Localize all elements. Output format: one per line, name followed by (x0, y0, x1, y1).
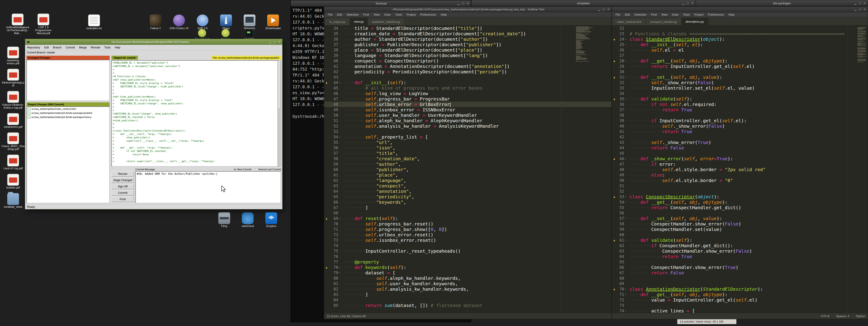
menu-help[interactable]: Help (438, 13, 449, 16)
tab-lo-output-py[interactable]: lo_output.py (325, 19, 350, 25)
scrollbar-thumb[interactable] (278, 61, 281, 109)
desktop-icon-thinkcomplexityp-pdf[interactable]: thinkcomplexityp.pdf (1, 69, 25, 87)
desktop-icon-self-4-5[interactable]: SelF 4.5 (191, 15, 214, 30)
window-controls[interactable]: ▁ ▢ ✕ (598, 7, 610, 12)
tab-conspect-handler-py[interactable]: conspect_handler.py (646, 19, 681, 25)
menu-tools[interactable]: Tools (393, 13, 404, 16)
tab-view-py[interactable]: view.py (350, 18, 368, 25)
desktop-icon-land-of-lisp-pdf[interactable]: Land of Lisp.pdf (1, 155, 25, 170)
code-area[interactable]: 2223# Functions & classes ==============… (612, 25, 868, 313)
window-controls[interactable]: ▁ ▢ ✕ (682, 0, 693, 6)
desktop-icon-mindstorms-pdf[interactable]: mindstorms.pdf (1, 113, 25, 129)
status-python[interactable]: Python (856, 315, 865, 318)
desktop-icon-owncloud[interactable]: ownCloud (236, 212, 259, 228)
code-area[interactable]: 34····title = StandardElDescriptor(docum… (324, 25, 612, 313)
commit-button[interactable]: Commit (112, 190, 134, 196)
fold-arrow-icon[interactable]: ▾ (624, 58, 627, 64)
menu-view[interactable]: View (659, 13, 670, 16)
new-commit-radio[interactable]: New Commit (234, 168, 251, 171)
fold-arrow-icon[interactable]: ▾ (624, 216, 627, 221)
menu-help[interactable]: Help (726, 13, 737, 16)
menu-selection[interactable]: Selection (632, 13, 649, 16)
fold-arrow-icon[interactable]: ▾ (624, 238, 627, 243)
diff-scrollbar[interactable] (278, 60, 281, 167)
diff-text[interactable]: +PUBLISHER_EL = document["publisher"]+SW… (112, 60, 278, 167)
desktop-icon-kakuzo-okakura-kniha-o-aji-pdf[interactable]: Kakuzo-Okakura–Kniha-o-čaji.pdf (1, 91, 25, 109)
window-controls[interactable]: ▁ ▢ ✕ (855, 7, 866, 12)
sublime2-titlebar[interactable]: ▁ ▢ ✕ (612, 7, 868, 12)
menu-tools[interactable]: Tools (681, 13, 692, 16)
menu-goto[interactable]: Goto (670, 13, 681, 16)
desktop-icon-jdownloader[interactable]: JDownloader (261, 15, 285, 30)
desktop-icon-fallout-2[interactable]: Fallout 2 (144, 15, 167, 30)
sublime1-editor[interactable]: 34····title = StandardElDescriptor(docum… (324, 25, 612, 313)
menu-remote[interactable]: Remote (89, 46, 102, 49)
fold-arrow-icon[interactable]: ▾ (338, 80, 341, 85)
desktop-icon-gnu-emacs-24[interactable]: GNU Emacs 24 (167, 15, 191, 30)
stage-changed-button[interactable]: Stage Changed (112, 178, 134, 183)
templates-window-titlebar[interactable]: templates ▁ ▢ ✕ (471, 0, 696, 6)
desktop-icon-examples-txt[interactable]: examples.txt (82, 15, 106, 30)
desktop-icon-smalltalk-videa[interactable]: smalltalk_videa (1, 193, 25, 209)
git-gui-titlebar[interactable]: Git Gui (source:/home/Dropbox/c0d1/prace… (25, 39, 282, 45)
fold-arrow-icon[interactable]: ▾ (338, 216, 341, 221)
menu-find[interactable]: Find (649, 13, 659, 16)
staged-file-row[interactable]: ✓src/wa_kat/templates/static/js/Lib/site… (27, 115, 109, 119)
menu-selection[interactable]: Selection (344, 13, 361, 16)
menu-goto[interactable]: Goto (382, 13, 393, 16)
status-spaces-4[interactable]: Spaces: 4 (836, 315, 849, 318)
fold-arrow-icon[interactable]: ▾ (624, 199, 627, 205)
desktop-icon-artificialintelligenceonthesinclairql-mak[interactable]: ArtificialIntelligenceOnTheSinclairQL-Ma… (6, 13, 29, 35)
menu-file[interactable]: File (326, 13, 335, 16)
window-controls[interactable]: ▁ ▢ ✕ (855, 0, 866, 6)
menu-file[interactable]: File (613, 13, 622, 16)
desktop-icon-networks[interactable]: Networks (238, 15, 261, 30)
fold-arrow-icon[interactable]: ▾ (338, 265, 341, 270)
menu-edit[interactable]: Edit (622, 13, 632, 16)
amend-last-commit-radio[interactable]: Amend Last Commit (255, 168, 281, 171)
desktop-icon-dropbox[interactable]: Dropbox (259, 212, 283, 228)
menu-view[interactable]: View (371, 13, 382, 16)
tab-descriptors-py[interactable]: descriptors.py (682, 18, 708, 25)
menu-commit[interactable]: Commit (64, 46, 77, 49)
menu-merge[interactable]: Merge (77, 46, 89, 49)
window-controls[interactable]: ▁ ▢ ✕ (458, 0, 469, 6)
tab-index-vertical-html[interactable]: index_vertical.html (613, 19, 646, 25)
minimap[interactable] (857, 26, 866, 62)
staged-changes-list[interactable]: ✓src/wa_kat/templates/index_vertical.htm… (26, 106, 110, 203)
sublime2-editor[interactable]: 2223# Functions & classes ==============… (612, 25, 868, 313)
site-packages-window-titlebar[interactable]: site-packages ▁ ▢ ✕ (696, 0, 868, 6)
menu-repository[interactable]: Repository (25, 46, 42, 49)
status-utf-8[interactable]: UTF-8 (821, 315, 829, 318)
menu-edit[interactable]: Edit (335, 13, 344, 16)
desktop-icon-mastering-emacs-pdf[interactable]: mastering-emacs.pdf (1, 47, 25, 65)
fold-arrow-icon[interactable]: ▾ (624, 36, 627, 42)
fold-arrow-icon[interactable]: ▾ (624, 287, 627, 292)
menu-find[interactable]: Find (361, 13, 371, 16)
menu-preferences[interactable]: Preferences (418, 13, 438, 16)
desktop-icon-lisp-1-5-programmers-manual-pdf[interactable]: LISP 1.5 Programmers Manual.pdf (32, 13, 55, 35)
sign-off-button[interactable]: Sign Off (112, 184, 134, 189)
desktop-icon-filmy[interactable]: Filmy (213, 212, 236, 228)
fold-arrow-icon[interactable]: ▾ (624, 75, 627, 80)
menu-preferences[interactable]: Preferences (706, 13, 726, 16)
menu-help[interactable]: Help (113, 46, 122, 49)
menu-tools[interactable]: Tools (102, 46, 113, 49)
desktop-icon-pharo[interactable]: Pharo (214, 15, 238, 30)
desktop-icon-future-bncl-roadmap-pdf[interactable]: Future_BNCL_Roadmap.pdf (1, 132, 25, 151)
fold-arrow-icon[interactable]: ▾ (624, 292, 627, 297)
fold-arrow-icon[interactable]: ▾ (338, 134, 341, 140)
terminal-titlebar[interactable]: Terminal ▁ ▢ ✕ (291, 0, 471, 6)
rescan-button[interactable]: Rescan (112, 171, 134, 176)
tab-publisher-switcher-py[interactable]: publisher_switcher.py (368, 19, 404, 25)
menu-project[interactable]: Project (404, 13, 418, 16)
window-controls[interactable]: ▁ ▢ ✕ (269, 40, 281, 44)
fold-arrow-icon[interactable]: ▾ (624, 194, 627, 199)
menu-project[interactable]: Project (692, 13, 706, 16)
sublime1-titlebar[interactable]: ~/Plocha/c0d1/prace/WA-KAT/source/src/wa… (324, 7, 612, 12)
unstaged-changes-list[interactable] (26, 60, 110, 101)
fold-arrow-icon[interactable]: ▾ (624, 42, 627, 47)
minimap[interactable] (576, 26, 594, 62)
staged-file-row[interactable]: ✓src/wa_kat/templates/index_vertical.htm… (27, 107, 109, 111)
staged-file-row[interactable]: ✓src/wa_kat/templates/static/js/Lib/site… (27, 111, 109, 115)
